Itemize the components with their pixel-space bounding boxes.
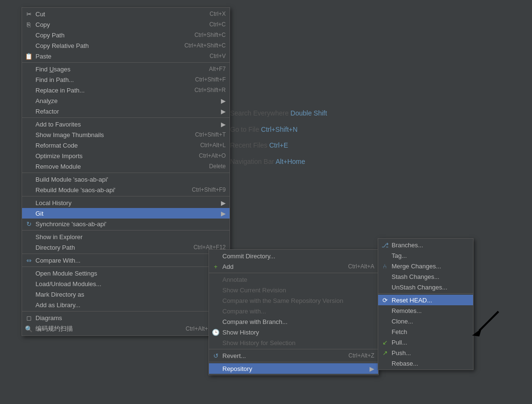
menu-repository[interactable]: Repository ▶ (209, 363, 378, 374)
paste-icon: 📋 (25, 52, 33, 60)
menu-compare-with-branch[interactable]: Compare with Branch... (209, 316, 378, 327)
push-icon: ↗ (381, 349, 389, 357)
menu-refactor[interactable]: Refactor ▶ (22, 106, 230, 116)
separator-8 (22, 311, 230, 312)
menu-diagrams[interactable]: ◻ Diagrams ▶ (22, 312, 230, 323)
bg-hint-nav: Navigation Bar Alt+Home (230, 154, 327, 170)
menu-reset-head[interactable]: ⟳ Reset HEAD... (378, 295, 473, 305)
background-hints: Search Everywhere Double Shift Go to Fil… (230, 105, 327, 170)
separator-1 (22, 62, 230, 63)
separator-g1 (209, 273, 378, 273)
menu-find-in-path[interactable]: Find in Path... Ctrl+Shift+F (22, 74, 230, 85)
menu-replace-in-path[interactable]: Replace in Path... Ctrl+Shift+R (22, 85, 230, 95)
git-submenu: Commit Directory... + Add Ctrl+Alt+A Ann… (208, 249, 379, 375)
add-icon: + (212, 263, 220, 270)
menu-git[interactable]: Git ▶ (22, 208, 230, 219)
menu-show-image-thumbnails[interactable]: Show Image Thumbnails Ctrl+Shift+T (22, 129, 230, 140)
menu-synchronize[interactable]: ↻ Synchronize 'saos-ab-api' (22, 219, 230, 229)
separator-g3 (209, 362, 378, 362)
bg-hint-search: Search Everywhere Double Shift (230, 105, 327, 122)
menu-open-module-settings[interactable]: Open Module Settings F4 (22, 268, 230, 278)
menu-show-current-revision[interactable]: Show Current Revision (209, 285, 378, 295)
bg-hint-file: Go to File Ctrl+Shift+N (230, 122, 327, 138)
arrow-pointer (470, 302, 518, 340)
menu-build-module[interactable]: Build Module 'saos-ab-api' (22, 174, 230, 185)
copy-icon: ⎘ (25, 21, 33, 28)
menu-remotes[interactable]: Remotes... (378, 305, 473, 316)
branch-icon: ⎇ (381, 241, 389, 249)
menu-clone[interactable]: Clone... (378, 316, 473, 326)
menu-show-history-selection[interactable]: Show History for Selection (209, 337, 378, 348)
primary-context-menu: ✂ Cut Ctrl+X ⎘ Copy Ctrl+C Copy Path Ctr… (22, 7, 230, 336)
menu-branches[interactable]: ⎇ Branches... (378, 240, 473, 250)
menu-code-scan[interactable]: 🔍 编码规约扫描 Ctrl+Alt+Shift+J (22, 323, 230, 335)
menu-optimize-imports[interactable]: Optimize Imports Ctrl+Alt+O (22, 150, 230, 161)
menu-show-in-explorer[interactable]: Show in Explorer (22, 231, 230, 242)
menu-find-usages[interactable]: Find Usages Alt+F7 (22, 64, 230, 74)
svg-marker-1 (472, 328, 482, 336)
menu-push[interactable]: ↗ Push... (378, 347, 473, 358)
diagrams-icon: ◻ (25, 314, 33, 322)
menu-remove-module[interactable]: Remove Module Delete (22, 161, 230, 172)
menu-copy-path[interactable]: Copy Path Ctrl+Shift+C (22, 30, 230, 40)
sync-icon: ↻ (25, 220, 33, 228)
reset-icon: ⟳ (381, 296, 389, 304)
menu-annotate[interactable]: Annotate (209, 274, 378, 285)
menu-compare-same-repo[interactable]: Compare with the Same Repository Version (209, 295, 378, 306)
compare-icon: ⇔ (25, 256, 33, 264)
history-icon: 🕒 (212, 328, 220, 336)
revert-icon: ↺ (212, 352, 220, 359)
menu-copy[interactable]: ⎘ Copy Ctrl+C (22, 19, 230, 30)
separator-7 (22, 266, 230, 267)
separator-2 (22, 117, 230, 118)
menu-reformat-code[interactable]: Reformat Code Ctrl+Alt+L (22, 140, 230, 150)
menu-analyze[interactable]: Analyze ▶ (22, 95, 230, 106)
menu-show-history[interactable]: 🕒 Show History (209, 327, 378, 337)
menu-compare-with[interactable]: ⇔ Compare With... Ctrl+D (22, 255, 230, 265)
scan-icon: 🔍 (25, 325, 33, 333)
arrow-icon: ▶ (221, 199, 226, 207)
menu-tag[interactable]: Tag... (378, 250, 473, 261)
menu-revert[interactable]: ↺ Revert... Ctrl+Alt+Z (209, 350, 378, 361)
menu-add[interactable]: + Add Ctrl+Alt+A (209, 261, 378, 272)
repository-submenu: ⎇ Branches... Tag... ⑃ Merge Changes... … (378, 238, 474, 370)
bg-hint-recent: Recent Files Ctrl+E (230, 138, 327, 154)
menu-add-to-favorites[interactable]: Add to Favorites ▶ (22, 119, 230, 129)
merge-icon: ⑃ (381, 262, 389, 270)
arrow-icon: ▶ (221, 97, 226, 104)
menu-paste[interactable]: 📋 Paste Ctrl+V (22, 51, 230, 61)
menu-merge-changes[interactable]: ⑃ Merge Changes... (378, 261, 473, 271)
menu-rebuild-module[interactable]: Rebuild Module 'saos-ab-api' Ctrl+Shift+… (22, 185, 230, 195)
menu-commit-directory[interactable]: Commit Directory... (209, 251, 378, 261)
menu-directory-path[interactable]: Directory Path Ctrl+Alt+F12 (22, 242, 230, 253)
menu-local-history[interactable]: Local History ▶ (22, 197, 230, 208)
menu-rebase[interactable]: Rebase... (378, 358, 473, 369)
separator-4 (22, 196, 230, 196)
arrow-icon: ▶ (221, 210, 226, 217)
menu-mark-directory[interactable]: Mark Directory as ▶ (22, 289, 230, 300)
menu-add-as-library[interactable]: Add as Library... (22, 300, 230, 310)
pull-icon: ↙ (381, 338, 389, 346)
separator-6 (22, 254, 230, 254)
menu-cut[interactable]: ✂ Cut Ctrl+X (22, 9, 230, 19)
separator-g2 (209, 349, 378, 349)
menu-compare-with3[interactable]: Compare with... (209, 306, 378, 316)
svg-line-0 (479, 312, 498, 331)
menu-pull[interactable]: ↙ Pull... (378, 337, 473, 347)
menu-stash-changes[interactable]: Stash Changes... (378, 271, 473, 282)
menu-load-unload-modules[interactable]: Load/Unload Modules... (22, 278, 230, 289)
menu-copy-relative-path[interactable]: Copy Relative Path Ctrl+Alt+Shift+C (22, 40, 230, 51)
menu-unstash-changes[interactable]: UnStash Changes... (378, 282, 473, 292)
separator-3 (22, 173, 230, 173)
arrow-icon: ▶ (221, 108, 226, 115)
arrow-icon: ▶ (370, 365, 374, 372)
arrow-icon: ▶ (221, 121, 226, 128)
separator-r1 (378, 293, 473, 294)
separator-5 (22, 230, 230, 231)
scissors-icon: ✂ (25, 10, 33, 18)
menu-fetch[interactable]: Fetch (378, 326, 473, 337)
